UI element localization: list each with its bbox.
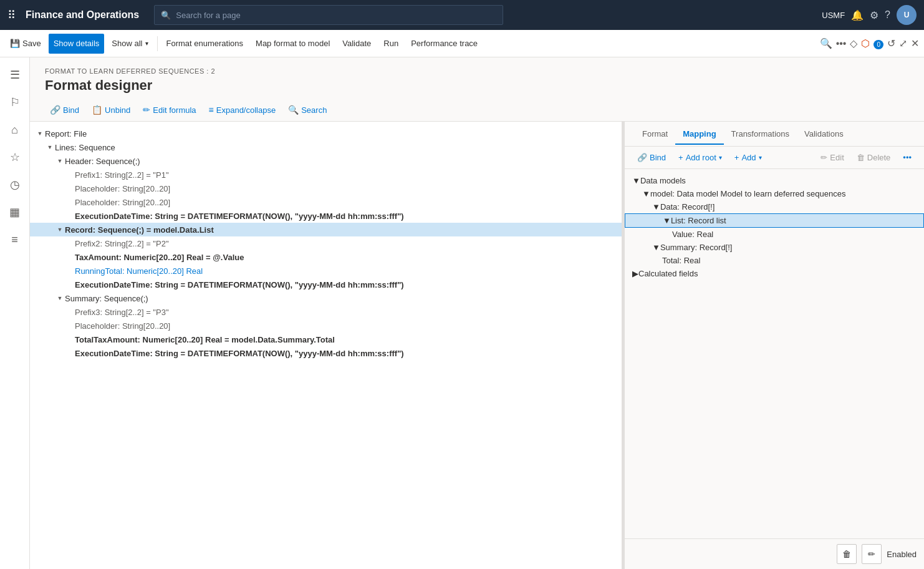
format-enumerations-button[interactable]: Format enumerations [161, 34, 249, 54]
right-tree-item[interactable]: Value: Real [625, 228, 924, 241]
expand-icon[interactable]: ▼ [652, 243, 660, 252]
expand-icon[interactable]: ▼ [663, 216, 671, 225]
tree-item[interactable]: ExecutionDateTime: String = DATETIMEFORM… [30, 209, 622, 223]
top-right-icons: USMF 🔔 ⚙ ? U [822, 5, 917, 25]
tree-item[interactable]: Prefix1: String[2..2] = "P1" [30, 168, 622, 182]
format-toolbar: 🔗 Bind 📋 Unbind ✏ Edit formula ≡ Expand/… [30, 99, 924, 122]
top-navigation: ⠿ Finance and Operations 🔍 Search for a … [0, 0, 924, 30]
edit-button[interactable]: ✏ Edit [816, 150, 849, 165]
diamond-icon[interactable]: ◇ [850, 37, 857, 49]
divider [157, 36, 158, 51]
more-right-button[interactable]: ••• [898, 150, 917, 165]
edit-bottom-button[interactable]: ✏ [862, 544, 882, 564]
left-tree-pane[interactable]: ▼ Report: File ▼ Lines: Sequence ▼ Heade… [30, 122, 622, 569]
right-bind-button[interactable]: 🔗 Bind [632, 150, 671, 165]
performance-trace-button[interactable]: Performance trace [406, 34, 483, 54]
right-tree-item[interactable]: ▶ Calculated fields [625, 267, 924, 280]
office-icon[interactable]: ⬡ [861, 37, 870, 49]
tree-item[interactable]: Placeholder: String[20..20] [30, 195, 622, 209]
edit-icon: ✏ [821, 153, 827, 162]
global-search-bar[interactable]: 🔍 Search for a page [154, 5, 503, 25]
settings-icon[interactable]: ⚙ [870, 9, 878, 21]
tree-item[interactable]: ▼ Report: File [30, 127, 622, 140]
show-details-button[interactable]: Show details [49, 34, 105, 54]
unbind-button[interactable]: 📋 Unbind [87, 102, 135, 117]
show-all-button[interactable]: Show all ▾ [107, 34, 153, 54]
show-all-chevron-icon: ▾ [145, 40, 148, 47]
tree-item[interactable]: TaxAmount: Numeric[20..20] Real = @.Valu… [30, 250, 622, 264]
sidebar-calendar-icon[interactable]: ▦ [2, 200, 27, 225]
right-tabs: Format Mapping Transformations Validatio… [625, 122, 924, 147]
right-tree-item[interactable]: ▼ Data models [625, 174, 924, 187]
tree-item[interactable]: Placeholder: String[20..20] [30, 182, 622, 195]
tree-item[interactable]: ExecutionDateTime: String = DATETIMEFORM… [30, 278, 622, 291]
avatar[interactable]: U [897, 5, 917, 25]
add-button[interactable]: + Add ▾ [729, 150, 767, 165]
right-tree-item[interactable]: ▼ Summary: Record[!] [625, 241, 924, 254]
sidebar-hamburger-icon[interactable]: ☰ [2, 62, 27, 87]
right-bind-icon: 🔗 [637, 153, 647, 162]
maximize-icon[interactable]: ⤢ [899, 37, 907, 49]
expand-icon[interactable]: ▼ [45, 142, 55, 152]
tree-item[interactable]: ▼ Header: Sequence(;) [30, 154, 622, 168]
expand-icon [65, 321, 75, 331]
right-tree[interactable]: ▼ Data models ▼ model: Data model Model … [625, 169, 924, 538]
sidebar-recent-icon[interactable]: ◷ [2, 172, 27, 197]
tree-item-selected[interactable]: ▼ Record: Sequence(;) = model.Data.List [30, 223, 622, 236]
bind-button[interactable]: 🔗 Bind [45, 102, 84, 117]
tab-validations[interactable]: Validations [797, 124, 851, 145]
sidebar-modules-icon[interactable]: ≡ [2, 227, 27, 252]
right-tree-item[interactable]: Total: Real [625, 254, 924, 267]
expand-icon [65, 197, 75, 207]
expand-icon[interactable]: ▼ [55, 225, 65, 235]
help-icon[interactable]: ? [885, 9, 890, 21]
search-cmd-icon[interactable]: 🔍 [820, 37, 832, 49]
tree-item[interactable]: Placeholder: String[20..20] [30, 319, 622, 333]
right-tree-item[interactable]: ▼ model: Data model Model to learn defer… [625, 187, 924, 200]
tree-item[interactable]: ▼ Lines: Sequence [30, 140, 622, 154]
search-button[interactable]: 🔍 Search [283, 102, 332, 117]
sidebar-home-icon[interactable]: ⌂ [2, 117, 27, 142]
add-root-button[interactable]: + Add root ▾ [673, 150, 727, 165]
tree-item[interactable]: TotalTaxAmount: Numeric[20..20] Real = m… [30, 333, 622, 346]
expand-collapse-button[interactable]: ≡ Expand/collapse [204, 102, 281, 117]
tab-mapping[interactable]: Mapping [675, 124, 723, 145]
expand-icon [65, 183, 75, 193]
expand-icon[interactable]: ▼ [642, 189, 650, 198]
expand-icon [65, 252, 75, 262]
expand-icon[interactable]: ▼ [632, 176, 640, 185]
expand-icon[interactable]: ▼ [55, 293, 65, 303]
more-icon[interactable]: ••• [836, 38, 847, 49]
save-button[interactable]: 💾 Save [5, 34, 46, 54]
map-format-to-model-button[interactable]: Map format to model [251, 34, 335, 54]
tab-format[interactable]: Format [635, 124, 675, 145]
badge-icon[interactable]: 0 [873, 38, 883, 49]
validate-button[interactable]: Validate [337, 34, 376, 54]
expand-icon[interactable]: ▼ [652, 202, 660, 212]
tree-item[interactable]: RunningTotal: Numeric[20..20] Real [30, 264, 622, 278]
sidebar-filter-icon[interactable]: ⚐ [2, 90, 27, 115]
close-icon[interactable]: ✕ [911, 37, 919, 49]
expand-icon[interactable]: ▶ [632, 269, 638, 278]
delete-button[interactable]: 🗑 Delete [852, 150, 896, 165]
grid-icon[interactable]: ⠿ [7, 8, 16, 22]
sidebar-favorites-icon[interactable]: ☆ [2, 145, 27, 170]
tree-item[interactable]: Prefix3: String[2..2] = "P3" [30, 305, 622, 319]
refresh-icon[interactable]: ↺ [887, 37, 895, 49]
app-title: Finance and Operations [26, 9, 139, 21]
tree-item[interactable]: Prefix2: String[2..2] = "P2" [30, 236, 622, 250]
expand-icon[interactable]: ▼ [55, 156, 65, 166]
edit-formula-button[interactable]: ✏ Edit formula [138, 102, 201, 117]
breadcrumb: FORMAT TO LEARN DEFERRED SEQUENCES : 2 [45, 67, 909, 75]
run-button[interactable]: Run [378, 34, 403, 54]
tree-item[interactable]: ▼ Summary: Sequence(;) [30, 291, 622, 305]
right-tree-item-selected[interactable]: ▼ List: Record list [625, 213, 924, 228]
expand-icon[interactable]: ▼ [35, 129, 45, 139]
delete-icon: 🗑 [857, 153, 865, 162]
right-tree-item[interactable]: ▼ Data: Record[!] [625, 200, 924, 213]
tree-item[interactable]: ExecutionDateTime: String = DATETIMEFORM… [30, 346, 622, 360]
delete-bottom-button[interactable]: 🗑 [837, 544, 857, 564]
unbind-icon: 📋 [92, 105, 102, 115]
tab-transformations[interactable]: Transformations [724, 124, 797, 145]
notification-icon[interactable]: 🔔 [851, 9, 864, 21]
